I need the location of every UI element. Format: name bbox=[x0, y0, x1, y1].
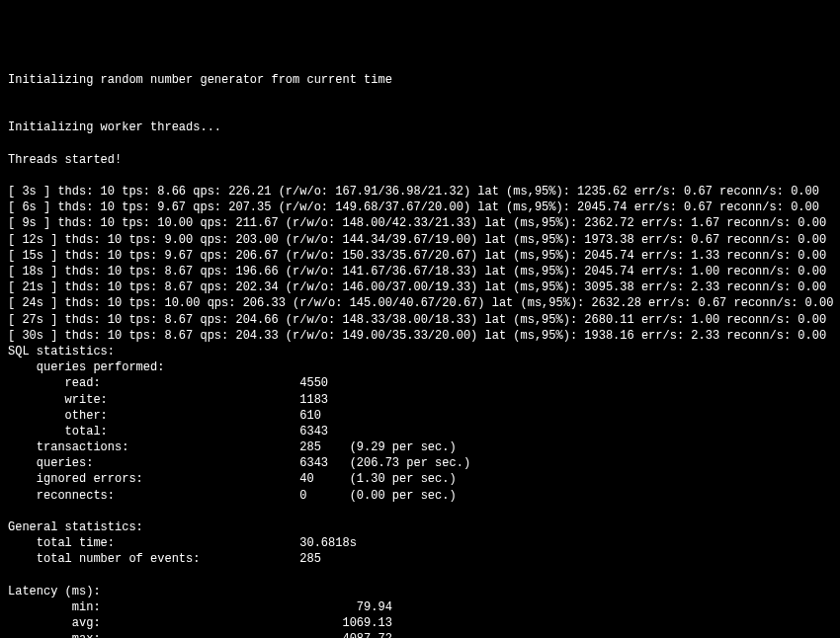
output-line: Threads started! bbox=[8, 152, 832, 168]
output-line: [ 12s ] thds: 10 tps: 9.00 qps: 203.00 (… bbox=[8, 232, 832, 248]
output-line: ignored errors: 40 (1.30 per sec.) bbox=[8, 471, 832, 487]
output-line: Initializing random number generator fro… bbox=[8, 72, 832, 88]
output-line: [ 24s ] thds: 10 tps: 10.00 qps: 206.33 … bbox=[8, 295, 832, 311]
output-line: total: 6343 bbox=[8, 424, 832, 439]
output-line: SQL statistics: bbox=[8, 344, 832, 359]
output-line: min: 79.94 bbox=[8, 599, 832, 615]
output-line: Latency (ms): bbox=[8, 584, 832, 599]
output-line: [ 21s ] thds: 10 tps: 8.67 qps: 202.34 (… bbox=[8, 279, 832, 295]
output-line: [ 30s ] thds: 10 tps: 8.67 qps: 204.33 (… bbox=[8, 328, 832, 344]
output-line: [ 6s ] thds: 10 tps: 9.67 qps: 207.35 (r… bbox=[8, 199, 832, 215]
output-line: reconnects: 0 (0.00 per sec.) bbox=[8, 488, 832, 504]
output-line: max: 4087.72 bbox=[8, 631, 832, 638]
output-line: total time: 30.6818s bbox=[8, 535, 832, 551]
output-line: avg: 1069.13 bbox=[8, 615, 832, 631]
output-line: [ 9s ] thds: 10 tps: 10.00 qps: 211.67 (… bbox=[8, 215, 832, 231]
output-line: read: 4550 bbox=[8, 375, 832, 391]
output-line bbox=[8, 104, 832, 120]
output-line bbox=[8, 136, 832, 152]
output-line: [ 18s ] thds: 10 tps: 8.67 qps: 196.66 (… bbox=[8, 264, 832, 279]
output-line bbox=[8, 168, 832, 184]
output-line: other: 610 bbox=[8, 408, 832, 424]
output-line: General statistics: bbox=[8, 519, 832, 535]
output-line: [ 3s ] thds: 10 tps: 8.66 qps: 226.21 (r… bbox=[8, 184, 832, 199]
terminal-output: Initializing random number generator fro… bbox=[8, 72, 832, 638]
output-line bbox=[8, 88, 832, 104]
output-line bbox=[8, 568, 832, 584]
output-line: total number of events: 285 bbox=[8, 551, 832, 567]
output-line: Initializing worker threads... bbox=[8, 120, 832, 135]
output-line: transactions: 285 (9.29 per sec.) bbox=[8, 439, 832, 455]
output-line bbox=[8, 504, 832, 519]
output-line: write: 1183 bbox=[8, 392, 832, 408]
output-line: queries performed: bbox=[8, 359, 832, 375]
output-line: queries: 6343 (206.73 per sec.) bbox=[8, 455, 832, 471]
output-line: [ 15s ] thds: 10 tps: 9.67 qps: 206.67 (… bbox=[8, 248, 832, 264]
output-line: [ 27s ] thds: 10 tps: 8.67 qps: 204.66 (… bbox=[8, 312, 832, 328]
